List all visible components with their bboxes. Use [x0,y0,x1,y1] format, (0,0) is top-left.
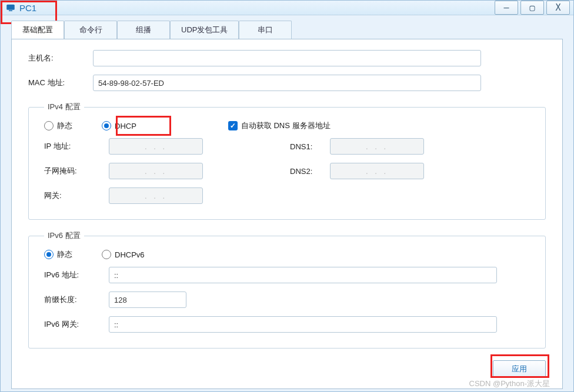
ipv6-group: IPv6 配置 静态 DHCPv6 IPv6 地址: 前缀长度: [28,230,546,349]
maximize-button[interactable]: ▢ [520,1,544,15]
ip-input[interactable]: . . . [109,138,203,155]
titlebar: PC1 — ▢ X [1,1,573,15]
svg-rect-0 [6,5,15,10]
check-icon: ✓ [228,121,238,130]
radio-icon [102,250,111,259]
content-panel: 主机名: MAC 地址: IPv4 配置 静态 DHCP ✓ 自动获取 DNS [11,39,563,389]
gateway-input[interactable]: . . . [109,187,203,204]
tab-basic[interactable]: 基础配置 [11,21,64,39]
auto-dns-label: 自动获取 DNS 服务器地址 [241,120,331,131]
ipv6-legend: IPv6 配置 [44,230,84,241]
window-title: PC1 [19,3,36,13]
mac-label: MAC 地址: [28,78,93,88]
ipv6-addr-input[interactable] [109,267,497,283]
ipv6-gw-label: IPv6 网关: [44,319,109,330]
auto-dns-checkbox[interactable]: ✓ 自动获取 DNS 服务器地址 [228,120,331,131]
ipv6-addr-label: IPv6 地址: [44,270,109,280]
ipv4-dhcp-label: DHCP [115,122,136,130]
tab-cli[interactable]: 命令行 [64,21,117,39]
tab-serial[interactable]: 串口 [239,21,292,39]
window: PC1 — ▢ X 基础配置 命令行 组播 UDP发包工具 串口 主机名: MA… [0,0,574,392]
radio-icon [44,121,54,130]
ipv6-gw-input[interactable] [109,316,497,333]
ipv4-static-radio[interactable]: 静态 [44,120,72,131]
ipv4-dhcp-radio[interactable]: DHCP [102,121,136,130]
dns1-label: DNS1: [290,142,330,151]
dns1-input[interactable]: . . . [330,138,424,155]
minimize-button[interactable]: — [495,1,518,15]
ipv4-group: IPv4 配置 静态 DHCP ✓ 自动获取 DNS 服务器地址 I [28,102,546,220]
tab-multicast[interactable]: 组播 [117,21,170,39]
ip-label: IP 地址: [44,141,109,152]
apply-button[interactable]: 应用 [493,360,546,378]
mask-input[interactable]: . . . [109,163,203,179]
app-icon [5,2,16,13]
radio-icon [102,121,111,130]
tab-udp[interactable]: UDP发包工具 [170,21,239,39]
tab-strip: 基础配置 命令行 组播 UDP发包工具 串口 [1,15,573,39]
ipv6-dhcp-label: DHCPv6 [115,250,145,259]
hostname-label: 主机名: [28,53,93,63]
ipv6-dhcp-radio[interactable]: DHCPv6 [102,250,145,259]
close-button[interactable]: X [546,1,570,15]
radio-icon [44,250,54,259]
dns2-input[interactable]: . . . [330,163,424,179]
dns2-label: DNS2: [290,167,330,176]
mask-label: 子网掩码: [44,166,109,176]
ipv6-static-radio[interactable]: 静态 [44,249,72,260]
ipv4-static-label: 静态 [57,120,72,131]
ipv4-legend: IPv4 配置 [44,102,84,112]
gateway-label: 网关: [44,190,109,201]
ipv6-prefix-input[interactable] [109,292,186,308]
ipv6-prefix-label: 前缀长度: [44,294,109,305]
ipv6-static-label: 静态 [57,249,72,260]
mac-input[interactable] [93,75,481,91]
svg-rect-1 [9,11,12,12]
hostname-input[interactable] [93,50,481,66]
